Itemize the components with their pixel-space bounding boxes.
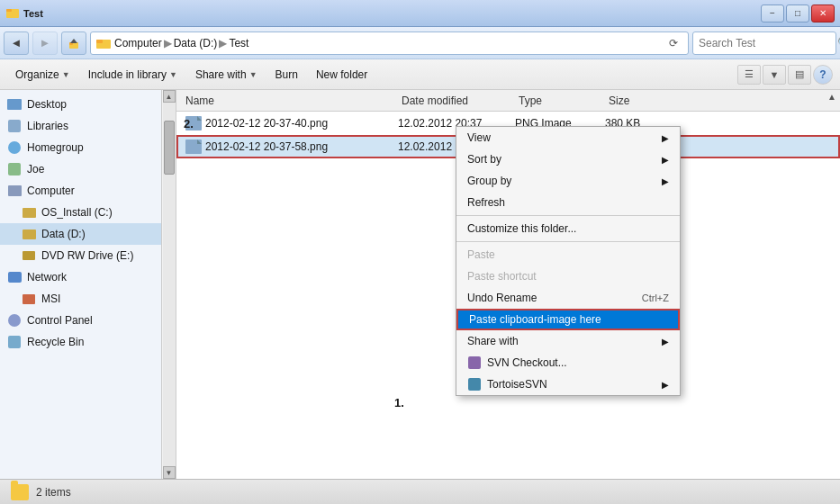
new-folder-button[interactable]: New folder bbox=[308, 63, 375, 86]
drive-c-icon bbox=[22, 205, 36, 220]
sidebar-item-control-panel[interactable]: Control Panel bbox=[0, 310, 161, 331]
sidebar-item-network[interactable]: Network bbox=[0, 266, 161, 288]
close-button[interactable]: ✕ bbox=[811, 4, 835, 22]
list-scroll-up[interactable]: ▲ bbox=[827, 92, 836, 102]
file-icon-1 bbox=[185, 140, 202, 154]
scroll-thumb[interactable] bbox=[164, 121, 175, 175]
sidebar-scrollbar[interactable]: ▲ ▼ bbox=[162, 90, 176, 479]
address-bar[interactable]: Computer ▶ Data (D:) ▶ Test ⟳ bbox=[90, 32, 689, 55]
search-box[interactable]: 🔍 bbox=[692, 32, 836, 55]
minimize-button[interactable]: − bbox=[761, 4, 784, 22]
window-icon bbox=[5, 6, 20, 21]
file-name-0: 2012-02-12 20-37-40.png bbox=[182, 116, 398, 130]
file-name-1: 2012-02-12 20-37-58.png bbox=[182, 140, 398, 154]
sidebar-item-homegroup[interactable]: Homegroup bbox=[0, 137, 161, 158]
forward-button[interactable]: ► bbox=[32, 32, 58, 55]
context-menu: View ▶ Sort by ▶ Group by ▶ Refresh Cust… bbox=[456, 126, 681, 396]
ctx-view[interactable]: View ▶ bbox=[456, 127, 680, 148]
back-button[interactable]: ◄ bbox=[4, 32, 29, 55]
navigation-bar: ◄ ► Computer ▶ Data (D:) ▶ Test ⟳ 🔍 bbox=[0, 27, 840, 59]
sidebar-item-data-d[interactable]: Data (D:) bbox=[0, 223, 161, 245]
column-header-type[interactable]: Type bbox=[513, 90, 603, 112]
window-title: Test bbox=[23, 8, 43, 19]
step-1-label: 1. bbox=[394, 396, 404, 410]
column-header-size[interactable]: Size bbox=[603, 90, 675, 112]
msi-icon bbox=[22, 292, 36, 306]
search-input[interactable] bbox=[699, 37, 834, 50]
svg-rect-1 bbox=[6, 9, 12, 12]
organize-button[interactable]: Organize ▼ bbox=[7, 63, 78, 86]
sidebar-item-os-install[interactable]: OS_Install (C:) bbox=[0, 202, 161, 223]
up-button[interactable] bbox=[61, 32, 86, 55]
toolbar: Organize ▼ Include in library ▼ Share wi… bbox=[0, 59, 840, 90]
ctx-sort-by[interactable]: Sort by ▶ bbox=[456, 148, 680, 170]
sidebar-item-computer[interactable]: Computer bbox=[0, 180, 161, 202]
sidebar: Desktop Libraries Homegroup Joe Computer bbox=[0, 90, 162, 479]
libraries-icon bbox=[7, 119, 22, 133]
share-with-button[interactable]: Share with ▼ bbox=[187, 63, 266, 86]
view-buttons: ☰ ▼ ▤ bbox=[737, 65, 811, 85]
ctx-group-by[interactable]: Group by ▶ bbox=[456, 170, 680, 192]
status-bar: 2 items bbox=[0, 479, 840, 504]
step-2-label: 2. bbox=[184, 117, 194, 130]
homegroup-icon bbox=[7, 140, 22, 155]
ctx-undo-rename[interactable]: Undo Rename Ctrl+Z bbox=[456, 287, 680, 309]
ctx-paste[interactable]: Paste bbox=[456, 244, 680, 266]
ctx-svn-checkout[interactable]: SVN Checkout... bbox=[456, 352, 680, 374]
sidebar-item-desktop[interactable]: Desktop bbox=[0, 94, 161, 115]
file-list: Name Date modified Type Size ▲ 2. 2012-0… bbox=[176, 90, 840, 479]
desktop-icon bbox=[7, 97, 22, 112]
computer-icon bbox=[7, 184, 22, 198]
burn-button[interactable]: Burn bbox=[267, 63, 306, 86]
status-text: 2 items bbox=[36, 486, 71, 499]
sidebar-item-libraries[interactable]: Libraries bbox=[0, 115, 161, 137]
main-area: Desktop Libraries Homegroup Joe Computer bbox=[0, 90, 840, 479]
drive-d-icon bbox=[22, 227, 36, 241]
sidebar-item-msi[interactable]: MSI bbox=[0, 288, 161, 310]
sidebar-item-joe[interactable]: Joe bbox=[0, 158, 161, 180]
breadcrumb-folder[interactable]: Test bbox=[229, 37, 248, 50]
column-headers: Name Date modified Type Size ▲ bbox=[176, 90, 840, 112]
scroll-up-arrow[interactable]: ▲ bbox=[163, 90, 176, 103]
user-icon bbox=[7, 162, 22, 176]
dvd-icon bbox=[22, 248, 36, 263]
ctx-paste-image[interactable]: Paste clipboard-image here bbox=[456, 309, 680, 330]
ctx-refresh[interactable]: Refresh bbox=[456, 192, 680, 213]
preview-button[interactable]: ▤ bbox=[788, 65, 811, 85]
column-header-date[interactable]: Date modified bbox=[396, 90, 513, 112]
refresh-button[interactable]: ⟳ bbox=[664, 34, 682, 52]
window-controls: − □ ✕ bbox=[761, 4, 835, 22]
scroll-track[interactable] bbox=[163, 103, 176, 466]
recycle-bin-icon bbox=[7, 335, 22, 349]
ctx-paste-shortcut[interactable]: Paste shortcut bbox=[456, 266, 680, 287]
svg-rect-5 bbox=[96, 40, 103, 43]
status-folder-icon bbox=[11, 484, 29, 500]
ctx-customize[interactable]: Customize this folder... bbox=[456, 218, 680, 239]
ctx-share-with[interactable]: Share with ▶ bbox=[456, 330, 680, 352]
breadcrumb-drive[interactable]: Data (D:) bbox=[174, 37, 218, 50]
ctx-tortoisesvn[interactable]: TortoiseSVN ▶ bbox=[456, 374, 680, 395]
network-icon bbox=[7, 270, 22, 284]
sidebar-item-dvd-rw[interactable]: DVD RW Drive (E:) bbox=[0, 245, 161, 266]
scroll-down-arrow[interactable]: ▼ bbox=[163, 466, 176, 479]
folder-icon bbox=[96, 37, 111, 50]
sidebar-item-recycle-bin[interactable]: Recycle Bin bbox=[0, 331, 161, 353]
help-button[interactable]: ? bbox=[813, 65, 833, 85]
column-header-name[interactable]: Name bbox=[180, 90, 396, 112]
view-dropdown-button[interactable]: ▼ bbox=[763, 65, 786, 85]
title-bar: Test − □ ✕ bbox=[0, 0, 840, 27]
include-library-button[interactable]: Include in library ▼ bbox=[80, 63, 185, 86]
svn-icon bbox=[467, 356, 482, 370]
title-bar-left: Test bbox=[5, 6, 43, 21]
breadcrumb-computer[interactable]: Computer bbox=[114, 37, 162, 50]
view-toggle-button[interactable]: ☰ bbox=[737, 65, 761, 85]
breadcrumb: Computer ▶ Data (D:) ▶ Test bbox=[114, 37, 248, 50]
maximize-button[interactable]: □ bbox=[786, 4, 809, 22]
ctx-sep-2 bbox=[456, 241, 680, 242]
control-panel-icon bbox=[7, 313, 22, 328]
tortoise-icon bbox=[467, 377, 482, 392]
ctx-sep-1 bbox=[456, 215, 680, 216]
